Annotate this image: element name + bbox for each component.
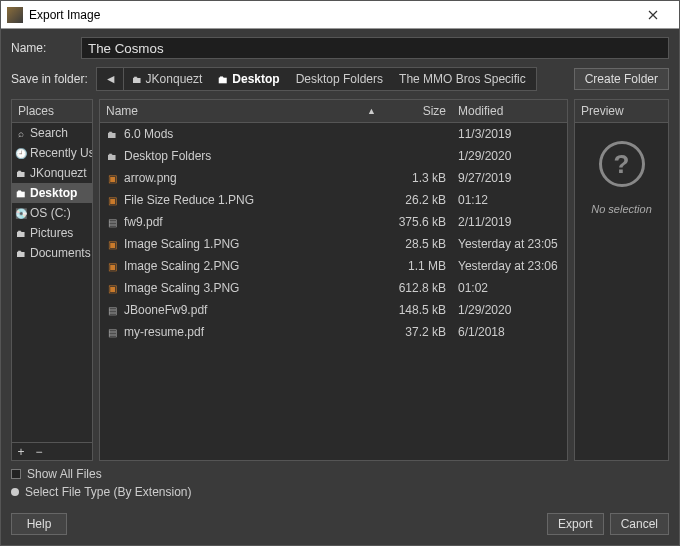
file-modified: 1/29/2020 bbox=[452, 147, 567, 165]
column-modified[interactable]: Modified bbox=[452, 100, 567, 122]
column-name[interactable]: Name ▲ bbox=[100, 100, 382, 122]
breadcrumb-item[interactable]: Desktop Folders bbox=[288, 68, 391, 90]
place-label: Pictures bbox=[30, 226, 73, 240]
preview-header: Preview bbox=[575, 100, 668, 123]
places-header: Places bbox=[12, 100, 92, 123]
name-row: Name: bbox=[1, 29, 679, 63]
file-modified: Yesterday at 23:06 bbox=[452, 257, 567, 275]
select-file-type[interactable]: Select File Type (By Extension) bbox=[11, 485, 669, 499]
folder-icon: 🖿 bbox=[132, 74, 142, 85]
breadcrumb-label: JKonquezt bbox=[146, 72, 203, 86]
breadcrumb-item[interactable]: The MMO Bros Specific bbox=[391, 68, 534, 90]
chevron-left-icon: ◄ bbox=[105, 72, 117, 86]
place-item[interactable]: 🖿Desktop bbox=[12, 183, 92, 203]
place-item[interactable]: 🕘Recently Us... bbox=[12, 143, 92, 163]
file-size: 148.5 kB bbox=[382, 301, 452, 319]
image-icon: ▣ bbox=[104, 169, 120, 187]
place-item[interactable]: 🖿Documents bbox=[12, 243, 92, 263]
place-icon: 🖿 bbox=[16, 248, 26, 259]
places-panel: Places ⌕Search🕘Recently Us...🖿JKonquezt🖿… bbox=[11, 99, 93, 461]
place-icon: 🖿 bbox=[16, 168, 26, 179]
files-header: Name ▲ Size Modified bbox=[100, 100, 567, 123]
file-size: 612.8 kB bbox=[382, 279, 452, 297]
file-name: 6.0 Mods bbox=[120, 125, 382, 143]
places-add-button[interactable]: + bbox=[12, 443, 30, 460]
file-row[interactable]: ▤JBooneFw9.pdf148.5 kB1/29/2020 bbox=[100, 299, 567, 321]
breadcrumb-back[interactable]: ◄ bbox=[99, 68, 124, 90]
checkbox-icon bbox=[11, 469, 21, 479]
close-icon bbox=[648, 10, 658, 20]
place-item[interactable]: 🖿Pictures bbox=[12, 223, 92, 243]
place-label: Documents bbox=[30, 246, 91, 260]
cancel-button[interactable]: Cancel bbox=[610, 513, 669, 535]
file-row[interactable]: ▤my-resume.pdf37.2 kB6/1/2018 bbox=[100, 321, 567, 343]
image-icon: ▣ bbox=[104, 257, 120, 275]
place-label: OS (C:) bbox=[30, 206, 71, 220]
pdf-icon: ▤ bbox=[104, 213, 120, 231]
file-name: Image Scaling 1.PNG bbox=[120, 235, 382, 253]
place-icon: 🕘 bbox=[16, 148, 26, 159]
places-list: ⌕Search🕘Recently Us...🖿JKonquezt🖿Desktop… bbox=[12, 123, 92, 442]
file-row[interactable]: 🖿6.0 Mods11/3/2019 bbox=[100, 123, 567, 145]
preview-panel: Preview ? No selection bbox=[574, 99, 669, 461]
file-name: my-resume.pdf bbox=[120, 323, 382, 341]
file-row[interactable]: ▣Image Scaling 3.PNG612.8 kB01:02 bbox=[100, 277, 567, 299]
name-input[interactable] bbox=[81, 37, 669, 59]
breadcrumb-label: Desktop Folders bbox=[296, 72, 383, 86]
file-name: arrow.png bbox=[120, 169, 382, 187]
folder-icon: 🖿 bbox=[104, 147, 120, 165]
file-name: File Size Reduce 1.PNG bbox=[120, 191, 382, 209]
place-label: Desktop bbox=[30, 186, 77, 200]
file-modified: 9/27/2019 bbox=[452, 169, 567, 187]
place-label: Search bbox=[30, 126, 68, 140]
column-name-label: Name bbox=[106, 104, 138, 118]
main-area: Places ⌕Search🕘Recently Us...🖿JKonquezt🖿… bbox=[1, 99, 679, 461]
image-icon: ▣ bbox=[104, 279, 120, 297]
file-modified: 6/1/2018 bbox=[452, 323, 567, 341]
file-row[interactable]: ▣arrow.png1.3 kB9/27/2019 bbox=[100, 167, 567, 189]
column-size[interactable]: Size bbox=[382, 100, 452, 122]
pdf-icon: ▤ bbox=[104, 323, 120, 341]
file-size: 37.2 kB bbox=[382, 323, 452, 341]
file-size: 1.1 MB bbox=[382, 257, 452, 275]
place-icon: 🖿 bbox=[16, 188, 26, 199]
show-all-files[interactable]: Show All Files bbox=[11, 467, 669, 481]
file-name: Image Scaling 2.PNG bbox=[120, 257, 382, 275]
place-icon: 💽 bbox=[16, 208, 26, 219]
file-size: 28.5 kB bbox=[382, 235, 452, 253]
place-item[interactable]: ⌕Search bbox=[12, 123, 92, 143]
button-row: Help Export Cancel bbox=[1, 507, 679, 545]
place-icon: 🖿 bbox=[16, 228, 26, 239]
breadcrumb: ◄ 🖿JKonquezt🖿DesktopDesktop FoldersThe M… bbox=[96, 67, 537, 91]
create-folder-button[interactable]: Create Folder bbox=[574, 68, 669, 90]
place-icon: ⌕ bbox=[16, 128, 26, 139]
places-remove-button[interactable]: − bbox=[30, 443, 48, 460]
file-size: 26.2 kB bbox=[382, 191, 452, 209]
name-label: Name: bbox=[11, 41, 81, 55]
place-item[interactable]: 💽OS (C:) bbox=[12, 203, 92, 223]
place-label: JKonquezt bbox=[30, 166, 87, 180]
file-row[interactable]: ▤fw9.pdf375.6 kB2/11/2019 bbox=[100, 211, 567, 233]
file-modified: 1/29/2020 bbox=[452, 301, 567, 319]
file-row[interactable]: ▣Image Scaling 1.PNG28.5 kBYesterday at … bbox=[100, 233, 567, 255]
pdf-icon: ▤ bbox=[104, 301, 120, 319]
breadcrumb-label: The MMO Bros Specific bbox=[399, 72, 526, 86]
file-row[interactable]: 🖿Desktop Folders1/29/2020 bbox=[100, 145, 567, 167]
breadcrumb-item[interactable]: 🖿Desktop bbox=[210, 68, 287, 90]
select-file-type-label: Select File Type (By Extension) bbox=[25, 485, 192, 499]
file-row[interactable]: ▣Image Scaling 2.PNG1.1 MBYesterday at 2… bbox=[100, 255, 567, 277]
help-button[interactable]: Help bbox=[11, 513, 67, 535]
window-title: Export Image bbox=[29, 8, 633, 22]
place-item[interactable]: 🖿JKonquezt bbox=[12, 163, 92, 183]
breadcrumb-item[interactable]: 🖿JKonquezt bbox=[124, 68, 211, 90]
show-all-files-label: Show All Files bbox=[27, 467, 102, 481]
files-list: 🖿6.0 Mods11/3/2019🖿Desktop Folders1/29/2… bbox=[100, 123, 567, 460]
file-name: fw9.pdf bbox=[120, 213, 382, 231]
export-button[interactable]: Export bbox=[547, 513, 604, 535]
app-icon bbox=[7, 7, 23, 23]
close-button[interactable] bbox=[633, 1, 673, 29]
file-size bbox=[382, 147, 452, 165]
file-modified: 11/3/2019 bbox=[452, 125, 567, 143]
file-row[interactable]: ▣File Size Reduce 1.PNG26.2 kB01:12 bbox=[100, 189, 567, 211]
path-row: Save in folder: ◄ 🖿JKonquezt🖿DesktopDesk… bbox=[1, 63, 679, 99]
